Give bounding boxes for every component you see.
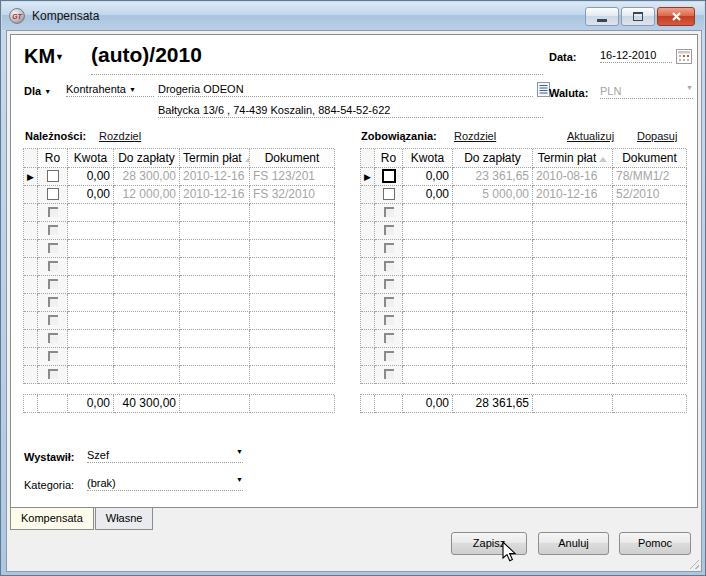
contractor-address-field[interactable]: Bałtycka 13/6 , 74-439 Koszalin, 884-54-… xyxy=(158,104,543,118)
cell-ro[interactable] xyxy=(375,330,403,348)
row-selector[interactable] xyxy=(361,204,375,222)
cell-dokument xyxy=(613,258,687,276)
titlebar[interactable]: GT Kompensata xyxy=(2,2,704,30)
cell-dokument xyxy=(250,348,335,366)
cell-ro[interactable] xyxy=(375,240,403,258)
cell-ro[interactable] xyxy=(38,240,68,258)
cell-kwota[interactable]: 0,00 xyxy=(403,186,453,204)
row-selector[interactable] xyxy=(24,276,38,294)
row-selector[interactable] xyxy=(24,258,38,276)
rozliczenie-checkbox-placeholder xyxy=(384,225,394,235)
current-row-marker: ▶ xyxy=(27,172,34,182)
row-selector[interactable]: ▶ xyxy=(361,168,375,186)
resize-grip[interactable] xyxy=(687,557,699,569)
cell-ro[interactable] xyxy=(38,348,68,366)
tab-wlasne[interactable]: Własne xyxy=(95,508,154,530)
cell-dokument xyxy=(250,204,335,222)
liabilities-aktualizuj-link[interactable]: Aktualizuj xyxy=(567,130,614,142)
row-selector[interactable] xyxy=(361,240,375,258)
contractor-type-button[interactable]: Kontrahenta ▼ xyxy=(66,83,154,97)
cell-ro[interactable] xyxy=(375,204,403,222)
cell-ro[interactable] xyxy=(38,168,68,186)
rozliczenie-checkbox[interactable] xyxy=(47,170,59,182)
cell-ro[interactable] xyxy=(375,258,403,276)
cell-ro[interactable] xyxy=(375,348,403,366)
row-selector[interactable] xyxy=(24,240,38,258)
row-selector[interactable] xyxy=(24,312,38,330)
cell-ro[interactable] xyxy=(375,294,403,312)
column-header[interactable]: Termin płat xyxy=(180,149,250,168)
for-button[interactable]: Dla ▼ xyxy=(24,85,51,97)
summary-cell xyxy=(361,395,375,413)
rozliczenie-checkbox[interactable] xyxy=(383,170,395,182)
column-header[interactable]: Termin płat xyxy=(533,149,613,168)
row-selector[interactable] xyxy=(361,294,375,312)
category-select[interactable]: (brak)▼ xyxy=(87,477,243,491)
cell-ro[interactable] xyxy=(375,168,403,186)
cell-ro[interactable] xyxy=(375,276,403,294)
cell-ro[interactable] xyxy=(38,186,68,204)
calendar-button[interactable] xyxy=(676,49,692,64)
row-selector-header[interactable] xyxy=(361,149,375,168)
column-header[interactable]: Dokument xyxy=(250,149,335,168)
cell-ro[interactable] xyxy=(38,366,68,384)
row-selector[interactable] xyxy=(24,204,38,222)
help-button[interactable]: Pomoc xyxy=(619,532,691,555)
row-selector[interactable] xyxy=(24,186,38,204)
contractor-name-field[interactable]: Drogeria ODEON xyxy=(158,83,533,97)
cell-ro[interactable] xyxy=(375,186,403,204)
liabilities-rozdziel-link[interactable]: Rozdziel xyxy=(454,130,496,142)
cell-ro[interactable] xyxy=(38,312,68,330)
cell-termin xyxy=(533,366,613,384)
issuer-select[interactable]: Szef▼ xyxy=(87,449,243,463)
cell-ro[interactable] xyxy=(38,258,68,276)
row-selector[interactable] xyxy=(361,330,375,348)
column-header[interactable]: Ro xyxy=(375,149,403,168)
row-selector-header[interactable] xyxy=(24,149,38,168)
close-button[interactable] xyxy=(657,7,695,26)
column-header[interactable]: Do zapłaty xyxy=(114,149,180,168)
cancel-button[interactable]: Anuluj xyxy=(538,532,609,555)
row-selector[interactable] xyxy=(361,222,375,240)
column-header[interactable]: Ro xyxy=(38,149,68,168)
cell-ro[interactable] xyxy=(375,222,403,240)
row-selector[interactable] xyxy=(361,312,375,330)
date-field[interactable]: 16-12-2010 xyxy=(600,49,672,63)
receivables-rozdziel-link[interactable]: Rozdziel xyxy=(99,130,141,142)
row-selector[interactable] xyxy=(361,276,375,294)
row-selector[interactable] xyxy=(361,348,375,366)
cell-ro[interactable] xyxy=(38,204,68,222)
rozliczenie-checkbox[interactable] xyxy=(47,188,59,200)
cell-kwota[interactable]: 0,00 xyxy=(68,186,114,204)
column-header[interactable]: Dokument xyxy=(613,149,687,168)
row-selector[interactable]: ▶ xyxy=(24,168,38,186)
rozliczenie-checkbox[interactable] xyxy=(383,188,395,200)
row-selector[interactable] xyxy=(361,258,375,276)
row-selector[interactable] xyxy=(24,330,38,348)
doc-number-field[interactable]: (auto)/2010 xyxy=(91,43,202,67)
minimize-button[interactable] xyxy=(585,7,619,26)
liabilities-dopasuj-link[interactable]: Dopasuj xyxy=(637,130,677,142)
cell-ro[interactable] xyxy=(38,276,68,294)
cell-ro[interactable] xyxy=(375,366,403,384)
row-selector[interactable] xyxy=(24,222,38,240)
column-header[interactable]: Kwota xyxy=(403,149,453,168)
cell-ro[interactable] xyxy=(38,294,68,312)
cell-kwota[interactable]: 0,00 xyxy=(68,168,114,186)
cell-kwota[interactable]: 0,00 xyxy=(403,168,453,186)
row-selector[interactable] xyxy=(361,186,375,204)
cell-termin xyxy=(533,240,613,258)
cell-ro[interactable] xyxy=(38,222,68,240)
cell-dokument: 78/MM1/2 xyxy=(613,168,687,186)
row-selector[interactable] xyxy=(24,366,38,384)
cell-ro[interactable] xyxy=(375,312,403,330)
doc-type-button[interactable]: KM▼ xyxy=(24,45,64,68)
maximize-button[interactable] xyxy=(621,7,655,26)
column-header[interactable]: Do zapłaty xyxy=(453,149,533,168)
tab-kompensata[interactable]: Kompensata xyxy=(10,508,94,530)
row-selector[interactable] xyxy=(24,294,38,312)
row-selector[interactable] xyxy=(361,366,375,384)
column-header[interactable]: Kwota xyxy=(68,149,114,168)
row-selector[interactable] xyxy=(24,348,38,366)
cell-ro[interactable] xyxy=(38,330,68,348)
